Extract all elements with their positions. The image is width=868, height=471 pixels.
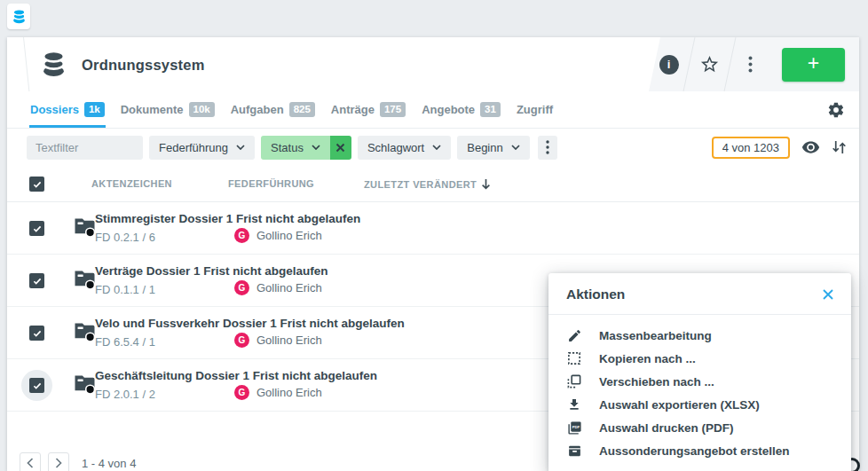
database-icon (12, 8, 26, 25)
chevron-down-icon (312, 145, 320, 150)
tab-aufgaben[interactable]: Aufgaben 825 (230, 91, 316, 128)
close-button[interactable] (820, 287, 836, 302)
dossier-owner: G Gollino Erich (234, 385, 322, 400)
kebab-menu-icon (546, 140, 549, 154)
tab-label: Zugriff (517, 103, 553, 116)
dossier-title: Stimmregister Dossier 1 Frist nicht abge… (95, 212, 360, 225)
filter-schlagwort[interactable]: Schlagwort (358, 136, 451, 160)
tab-antraege[interactable]: Anträge 175 (330, 91, 406, 128)
visibility-button[interactable] (801, 141, 820, 154)
dossier-reference: FD 6.5.4 / 1 (95, 335, 155, 349)
pdf-icon: PDF (566, 420, 582, 436)
menu-item-aussonderungsangebot[interactable]: Aussonderungsangebot erstellen (548, 439, 851, 462)
column-header-aktenzeichen[interactable]: AKTENZEICHEN (91, 178, 172, 189)
filter-label: Federführung (159, 141, 228, 154)
actions-menu: Aktionen Massenbearbeitung Kopieren nach… (548, 273, 851, 471)
checkbox-focus-ring (21, 370, 52, 401)
table-header: AKTENZEICHEN FEDERFÜHRUNG ZULETZT VERÄND… (7, 166, 859, 202)
next-page-button[interactable] (48, 452, 69, 471)
dossier-title: Velo und Fussverkehr Dossier 1 Frist nic… (95, 317, 405, 330)
owner-name: Gollino Erich (256, 386, 322, 399)
tab-angebote[interactable]: Angebote 31 (421, 91, 501, 128)
tab-label: Angebote (422, 103, 475, 116)
check-icon (32, 381, 43, 391)
chevron-down-icon (236, 145, 245, 150)
archive-icon (566, 444, 582, 459)
tabs-row: Dossiers 1k Dokumente 10k Aufgaben 825 A… (7, 91, 859, 129)
avatar: G (234, 385, 249, 400)
filter-federfuehrung[interactable]: Federführung (149, 136, 255, 160)
menu-item-label: Massenbearbeitung (599, 329, 712, 342)
dossier-folder-icon (74, 270, 96, 294)
column-header-zuletzt-veraendert[interactable]: ZULETZT VERÄNDERT (364, 178, 491, 190)
close-icon (335, 143, 345, 153)
gear-icon (827, 101, 845, 119)
info-icon: i (659, 55, 679, 75)
avatar: G (234, 333, 249, 348)
tab-count-badge: 825 (289, 102, 315, 117)
avatar: G (234, 280, 249, 295)
menu-item-auswahl-drucken[interactable]: PDF Auswahl drucken (PDF) (548, 416, 851, 439)
owner-name: Gollino Erich (256, 281, 322, 294)
header-more-button[interactable] (730, 37, 770, 91)
filter-label: Schlagwort (367, 141, 424, 154)
download-icon (566, 397, 582, 412)
dossier-title: Verträge Dossier 1 Frist nicht abgelaufe… (95, 264, 328, 278)
menu-item-label: Kopieren nach ... (599, 352, 696, 365)
copy-icon (566, 351, 582, 365)
check-icon (32, 179, 43, 190)
sort-button[interactable] (832, 139, 847, 155)
row-checkbox[interactable] (29, 378, 44, 393)
text-filter-input[interactable] (27, 136, 143, 160)
chevron-left-icon (27, 458, 34, 468)
avatar: G (234, 228, 249, 243)
more-filters-button[interactable] (538, 136, 557, 160)
filter-status-clear-button[interactable] (330, 136, 351, 160)
add-button[interactable]: + (782, 48, 845, 82)
header-actions: i + (649, 37, 859, 91)
check-icon (32, 276, 43, 287)
select-all-checkbox[interactable] (29, 177, 44, 192)
close-icon (822, 288, 834, 301)
result-count: 4 von 1203 (712, 137, 790, 159)
menu-item-kopieren-nach[interactable]: Kopieren nach ... (548, 347, 851, 370)
filter-status-group: Status (261, 136, 351, 160)
owner-name: Gollino Erich (256, 334, 322, 347)
check-icon (32, 328, 43, 339)
owner-name: Gollino Erich (256, 229, 322, 242)
column-header-federfuehrung[interactable]: FEDERFÜHRUNG (228, 178, 314, 189)
row-checkbox[interactable] (29, 221, 44, 236)
dossier-reference: FD 2.0.1 / 2 (95, 388, 155, 401)
tab-zugriff[interactable]: Zugriff (516, 91, 554, 128)
row-checkbox[interactable] (29, 326, 44, 341)
previous-page-button[interactable] (20, 452, 41, 471)
sort-down-arrow-icon (481, 178, 491, 190)
star-icon (699, 54, 720, 75)
tab-dokumente[interactable]: Dokumente 10k (120, 91, 216, 128)
app-bar (0, 0, 868, 32)
filter-status[interactable]: Status (261, 136, 330, 160)
menu-item-label: Auswahl drucken (PDF) (599, 421, 734, 435)
filter-bar: Federführung Status Schlagwort (7, 129, 859, 166)
menu-item-massenbearbeitung[interactable]: Massenbearbeitung (548, 324, 851, 347)
settings-button[interactable] (827, 101, 845, 119)
actions-menu-header: Aktionen (548, 273, 851, 315)
info-button[interactable]: i (649, 37, 689, 91)
app-logo[interactable] (7, 4, 30, 29)
dossier-owner: G Gollino Erich (234, 228, 322, 243)
menu-item-verschieben-nach[interactable]: Verschieben nach ... (548, 370, 851, 393)
filter-beginn[interactable]: Beginn (457, 136, 529, 160)
panel-header: Ordnungssystem i + (7, 37, 859, 91)
dossier-owner: G Gollino Erich (234, 333, 322, 348)
dossier-reference: FD 0.2.1 / 6 (95, 231, 155, 244)
plus-icon: + (808, 51, 819, 75)
eye-icon (801, 141, 820, 154)
table-row[interactable]: Stimmregister Dossier 1 Frist nicht abge… (7, 202, 859, 255)
tab-count-badge: 31 (480, 102, 501, 117)
menu-item-label: Auswahl exportieren (XLSX) (599, 398, 760, 412)
tab-dossiers[interactable]: Dossiers 1k (29, 91, 106, 128)
row-checkbox[interactable] (29, 273, 44, 288)
dossier-folder-icon (74, 322, 96, 346)
favorite-button[interactable] (690, 37, 730, 91)
menu-item-auswahl-exportieren[interactable]: Auswahl exportieren (XLSX) (548, 393, 851, 416)
